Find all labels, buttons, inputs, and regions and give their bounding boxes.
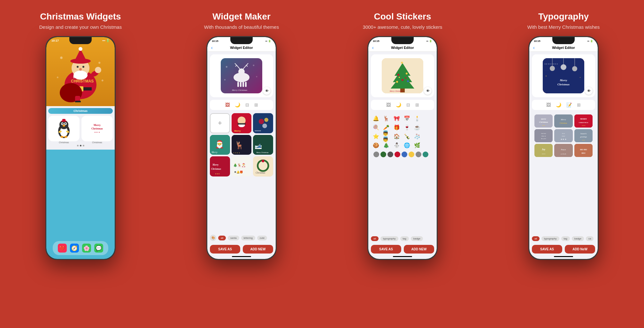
tab-moon[interactable]: 🌙 [235, 102, 240, 107]
sticker-angels[interactable]: 👼👼 [382, 132, 390, 140]
svg-point-64 [263, 123, 267, 128]
merry-text-widget: MerryChristmas ✦ ✦ ✦ [81, 116, 113, 141]
grid-teal[interactable]: 🎅 Merry [210, 135, 230, 155]
tab-image-3[interactable]: 🖼 [386, 102, 391, 107]
swatch-blue[interactable] [402, 152, 407, 157]
filter-all-2[interactable]: all [218, 236, 226, 240]
save-as-button-2[interactable]: SAVE AS [210, 245, 240, 254]
tab-layout-3[interactable]: ⊟ [406, 102, 410, 107]
eye-button-2[interactable]: 👁 [263, 87, 271, 95]
filter-badge-3[interactable]: badge [411, 236, 423, 241]
typo-6[interactable]: Season's greetings ✦✦✦ [574, 129, 593, 142]
svg-point-39 [238, 68, 245, 75]
grid-red[interactable]: Merry Christmas ✦✦✦ [210, 156, 230, 176]
eye-button-3[interactable]: 👁 [424, 87, 432, 95]
filter-santa[interactable]: santa [228, 236, 239, 240]
sticker-globe[interactable]: 🌐 [403, 141, 411, 149]
add-new-button-4[interactable]: ADD NeW [565, 245, 595, 254]
sticker-star[interactable]: ⭐ [372, 132, 380, 140]
svg-rect-59 [237, 123, 245, 124]
swatch-gray2[interactable] [416, 152, 421, 157]
grid-dark[interactable]: 🦌 ✦ ✦ ✦ ✦ [232, 135, 252, 155]
nav-title-4: Widget Editor [552, 46, 575, 50]
dot-3 [83, 145, 84, 146]
tab-grid-4[interactable]: ⊞ [577, 102, 581, 107]
typo-9[interactable]: HO HO HO! [574, 144, 593, 157]
add-new-button-2[interactable]: ADD NEW [243, 245, 273, 254]
filter-row-4: all typography tag badge ca [529, 235, 598, 242]
tab-grid-3[interactable]: ⊞ [415, 102, 419, 107]
typo-7[interactable]: Joy ✦ ✦ ✦ [534, 144, 553, 157]
add-new-item[interactable]: + [210, 113, 230, 133]
grid-balls[interactable]: ❄❄❄❄❄ [253, 113, 273, 133]
sticker-snowman[interactable]: ⛄ [393, 141, 401, 149]
swatch-dark[interactable] [387, 152, 393, 157]
save-as-button-4[interactable]: SAVE AS [532, 245, 562, 254]
grid-sleigh[interactable]: 🎿 Merry Christmas [253, 135, 273, 155]
tab-moon-3[interactable]: 🌙 [396, 102, 401, 107]
sticker-gingerbread[interactable]: 🍪 [372, 141, 380, 149]
sticker-bottle[interactable]: 🍾 [403, 132, 411, 140]
sticker-gift[interactable]: 🎁 [393, 123, 401, 131]
back-button-3[interactable]: ‹ [372, 45, 374, 50]
bottom-buttons-2: SAVE AS ADD NEW [207, 242, 276, 256]
sticker-reindeer[interactable]: 🦌 [382, 114, 390, 122]
sticker-coffee[interactable]: ☕ [413, 123, 421, 131]
swatch-gray[interactable] [373, 152, 379, 157]
tab-image-4[interactable]: 🖼 [546, 102, 551, 107]
sticker-wine[interactable]: 🍷 [403, 123, 411, 131]
grid-wreath[interactable]: Christmas [253, 156, 273, 176]
sticker-mug[interactable]: 🧦 [413, 132, 421, 140]
tab-text-4[interactable]: 📝 [566, 102, 572, 107]
palette-icon[interactable]: 🎨 [210, 235, 216, 241]
wreath-grid-svg: Christmas [253, 156, 273, 176]
statusbar-2: 10:15 ▪▪ 🔋 [207, 37, 276, 44]
filter-badge-4[interactable]: badge [572, 236, 584, 241]
filter-cute[interactable]: cute [257, 236, 267, 240]
filter-lettering[interactable]: lettering [241, 236, 255, 240]
eye-button-4[interactable]: 👁 [585, 87, 593, 95]
tab-image[interactable]: 🖼 [225, 102, 230, 107]
filter-all-4[interactable]: all [532, 236, 540, 241]
filter-all-3[interactable]: all [371, 236, 379, 241]
tab-layout[interactable]: ⊟ [245, 102, 249, 107]
christmas-banner: Christmas [48, 108, 113, 114]
add-new-button-3[interactable]: ADD NEW [404, 245, 434, 254]
sticker-holly[interactable]: 🌿 [413, 141, 421, 149]
typo-5[interactable]: let it snow ❄ ❄ ❄ [554, 129, 572, 142]
typo-4[interactable]: the best time of the year [534, 129, 553, 142]
sticker-candy[interactable]: 🍭 [372, 123, 380, 131]
swatch-red[interactable] [395, 152, 400, 157]
filter-ca-4[interactable]: ca [586, 236, 594, 241]
sticker-house[interactable]: 🏠 [393, 132, 401, 140]
svg-point-96 [407, 80, 409, 82]
sticker-calendar[interactable]: 📅 [403, 114, 411, 122]
typo-1[interactable]: merry Christmas ✦✦✦ [534, 114, 553, 128]
sticker-bell[interactable]: 🔔 [372, 114, 380, 122]
swatch-green[interactable] [380, 152, 386, 157]
filter-tag-4[interactable]: tag [561, 236, 570, 241]
back-button-2[interactable]: ‹ [211, 45, 213, 50]
sticker-bow[interactable]: 🎀 [393, 114, 401, 122]
save-as-button-3[interactable]: SAVE AS [371, 245, 401, 254]
svg-text:· · · · · · · · · · · ·: · · · · · · · · · · · · [544, 69, 555, 71]
svg-point-93 [406, 73, 408, 74]
filter-typography-3[interactable]: typography [380, 236, 398, 241]
filter-typography-4[interactable]: typography [541, 236, 559, 241]
grid-illustrations[interactable]: 🎄🦌🎅 ❄🔔🎁 [232, 156, 252, 176]
swatch-yellow[interactable] [409, 152, 414, 157]
tab-grid[interactable]: ⊞ [254, 102, 258, 107]
tab-moon-4[interactable]: 🌙 [556, 102, 561, 107]
typo-2[interactable]: Merry Christmas [554, 114, 572, 128]
color-swatches [371, 150, 434, 159]
sticker-candle[interactable]: 🕯️ [413, 114, 421, 122]
svg-text:❄: ❄ [101, 79, 104, 82]
back-button-4[interactable]: ‹ [533, 45, 535, 50]
swatch-teal[interactable] [423, 152, 428, 157]
filter-tag-3[interactable]: tag [400, 236, 409, 241]
sticker-tree[interactable]: 🎄 [382, 141, 390, 149]
grid-santa[interactable]: Merry [232, 113, 252, 133]
typo-8[interactable]: Peace on Earth [554, 144, 572, 157]
svg-rect-36 [62, 119, 65, 121]
typo-3[interactable]: MERRY CHRISTMAS ★★★ [574, 114, 593, 128]
